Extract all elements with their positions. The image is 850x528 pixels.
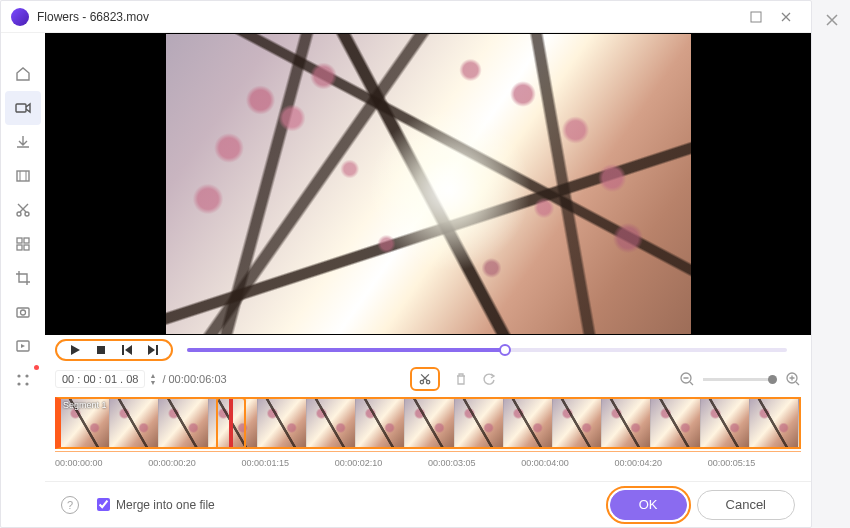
svg-rect-2 [17, 171, 29, 181]
svg-rect-8 [24, 245, 29, 250]
sidebar-item-capture[interactable] [1, 295, 45, 329]
sidebar-item-record[interactable] [1, 329, 45, 363]
outer-close-button[interactable] [824, 12, 840, 28]
video-preview[interactable] [166, 34, 691, 334]
content-area: 00 : 00 : 01 . 08 ▲▼ / 00:00:06:03 Segme… [45, 33, 811, 527]
ruler-tick: 00:00:04:20 [615, 452, 708, 475]
editor-window: Flowers - 66823.mov [0, 0, 812, 528]
total-time-label: / 00:00:06:03 [162, 373, 226, 385]
bottom-bar: ? Merge into one file OK Cancel [45, 481, 811, 527]
progress-fill [187, 348, 505, 352]
ruler-tick: 00:00:04:00 [521, 452, 614, 475]
sidebar-item-home[interactable] [1, 57, 45, 91]
svg-rect-5 [17, 238, 22, 243]
app-icon [11, 8, 29, 26]
svg-rect-22 [156, 345, 158, 355]
svg-marker-12 [21, 344, 25, 348]
timeline-thumb[interactable] [602, 399, 651, 447]
svg-point-13 [17, 374, 20, 377]
stop-button[interactable] [95, 344, 107, 356]
time-row: 00 : 00 : 01 . 08 ▲▼ / 00:00:06:03 [45, 365, 811, 393]
sidebar-item-cut[interactable] [1, 193, 45, 227]
svg-point-15 [17, 382, 20, 385]
sidebar-item-download[interactable] [1, 125, 45, 159]
svg-rect-18 [97, 346, 105, 354]
merge-checkbox[interactable] [97, 498, 110, 511]
svg-point-10 [21, 310, 26, 315]
ruler-tick: 00:00:00:00 [55, 452, 148, 475]
timeline-thumb[interactable] [651, 399, 700, 447]
ok-button[interactable]: OK [610, 490, 687, 520]
svg-point-3 [17, 212, 21, 216]
timeline-thumb[interactable] [209, 399, 258, 447]
timeline-thumb[interactable] [701, 399, 750, 447]
svg-marker-20 [125, 345, 132, 355]
svg-rect-1 [16, 104, 26, 112]
timeline-thumb[interactable] [750, 399, 799, 447]
timeline-thumb[interactable] [258, 399, 307, 447]
timeline: Segment 1 00:00:00:00 [55, 397, 801, 475]
time-spinner[interactable]: ▲▼ [149, 372, 156, 386]
current-time-input[interactable]: 00 : 00 : 01 . 08 [55, 370, 145, 388]
prev-frame-button[interactable] [121, 344, 133, 356]
sidebar-item-frame[interactable] [1, 159, 45, 193]
playback-controls [45, 335, 811, 365]
timeline-thumb[interactable] [356, 399, 405, 447]
next-frame-button[interactable] [147, 344, 159, 356]
cancel-button[interactable]: Cancel [697, 490, 795, 520]
playhead[interactable] [229, 397, 233, 449]
timeline-thumb[interactable] [504, 399, 553, 447]
svg-point-14 [25, 374, 28, 377]
timeline-thumb[interactable] [159, 399, 208, 447]
ruler-tick: 00:00:00:20 [148, 452, 241, 475]
titlebar: Flowers - 66823.mov [1, 1, 811, 33]
play-button-group [55, 339, 173, 361]
timeline-thumb[interactable] [455, 399, 504, 447]
segment-label: Segment 1 [63, 400, 107, 410]
svg-rect-0 [751, 12, 761, 22]
play-button[interactable] [69, 344, 81, 356]
svg-point-4 [25, 212, 29, 216]
merge-checkbox-label[interactable]: Merge into one file [97, 498, 215, 512]
timeline-ruler: 00:00:00:00 00:00:00:20 00:00:01:15 00:0… [55, 451, 801, 475]
preview-area [45, 33, 811, 335]
svg-rect-7 [17, 245, 22, 250]
zoom-slider[interactable] [703, 378, 777, 381]
sidebar-item-crop[interactable] [1, 261, 45, 295]
delete-button[interactable] [454, 372, 468, 386]
merge-label-text: Merge into one file [116, 498, 215, 512]
timeline-thumb[interactable] [405, 399, 454, 447]
svg-point-16 [25, 382, 28, 385]
sidebar-item-apps[interactable] [1, 363, 45, 397]
timeline-strip[interactable]: Segment 1 [55, 397, 801, 449]
progress-thumb[interactable] [499, 344, 511, 356]
close-button[interactable] [771, 5, 801, 29]
svg-rect-19 [122, 345, 124, 355]
ruler-tick: 00:00:01:15 [242, 452, 335, 475]
window-title: Flowers - 66823.mov [37, 10, 741, 24]
progress-slider[interactable] [187, 348, 787, 352]
zoom-out-button[interactable] [679, 371, 695, 387]
split-button[interactable] [410, 367, 440, 391]
zoom-controls [679, 371, 801, 387]
zoom-in-button[interactable] [785, 371, 801, 387]
timeline-thumb[interactable] [110, 399, 159, 447]
zoom-thumb[interactable] [768, 375, 777, 384]
svg-marker-17 [71, 345, 80, 355]
minimize-button[interactable] [741, 5, 771, 29]
sidebar-item-video[interactable] [5, 91, 41, 125]
sidebar-item-grid[interactable] [1, 227, 45, 261]
ruler-tick: 00:00:02:10 [335, 452, 428, 475]
svg-rect-6 [24, 238, 29, 243]
timeline-thumb[interactable] [307, 399, 356, 447]
help-button[interactable]: ? [61, 496, 79, 514]
timeline-thumb[interactable] [553, 399, 602, 447]
svg-marker-21 [148, 345, 155, 355]
ruler-tick: 00:00:05:15 [708, 452, 801, 475]
redo-button[interactable] [482, 372, 496, 386]
ruler-tick: 00:00:03:05 [428, 452, 521, 475]
sidebar [1, 33, 45, 527]
